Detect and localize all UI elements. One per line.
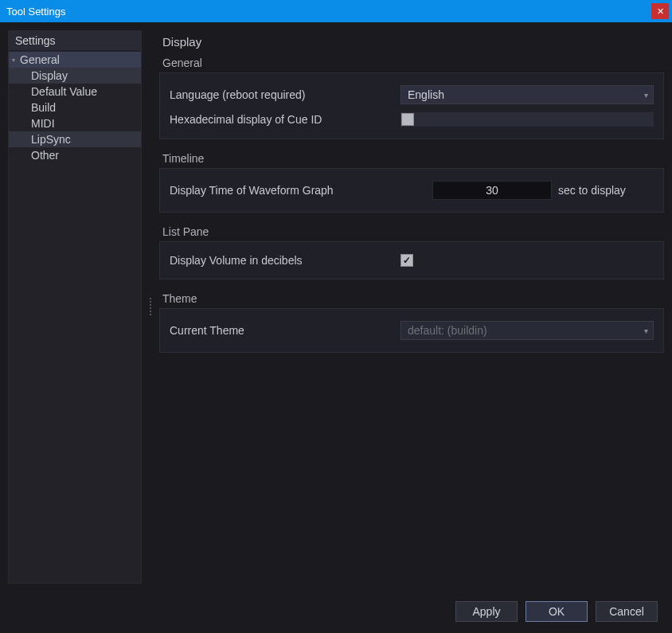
sidebar-header: Settings xyxy=(9,31,141,50)
hex-cue-id-checkbox[interactable] xyxy=(401,113,414,126)
display-time-label: Display Time of Waveform Graph xyxy=(170,184,432,197)
group-timeline: Display Time of Waveform Graph sec to di… xyxy=(159,168,664,213)
cancel-button[interactable]: Cancel xyxy=(596,601,658,622)
tree-item-display[interactable]: Display xyxy=(9,68,141,84)
language-select[interactable]: English xyxy=(400,85,654,104)
footer: Apply OK Cancel xyxy=(0,592,672,633)
volume-decibels-label: Display Volume in decibels xyxy=(170,254,400,267)
language-select-value: English xyxy=(408,88,444,101)
tree-item-label: Other xyxy=(31,149,59,162)
group-header-timeline: Timeline xyxy=(159,150,664,168)
apply-button[interactable]: Apply xyxy=(455,601,518,622)
ok-button[interactable]: OK xyxy=(525,601,588,622)
group-listpane: Display Volume in decibels xyxy=(159,241,664,279)
splitter-grip-icon xyxy=(150,298,151,317)
tree-item-label: General xyxy=(20,53,60,66)
tree-item-midi[interactable]: MIDI xyxy=(9,115,141,131)
row-current-theme: Current Theme default: (buildin) xyxy=(170,317,654,344)
tree-item-build[interactable]: Build xyxy=(9,100,141,115)
language-label: Language (reboot required) xyxy=(170,88,400,101)
sidebar: Settings General Display Default Value B… xyxy=(8,30,142,584)
tree-item-lipsync[interactable]: LipSync xyxy=(9,131,141,147)
group-theme: Current Theme default: (buildin) xyxy=(159,308,664,353)
current-theme-value: default: (buildin) xyxy=(408,324,487,337)
group-general: Language (reboot required) English Hexad… xyxy=(159,72,664,139)
hex-cue-id-label: Hexadecimal display of Cue ID xyxy=(170,113,400,126)
tree-item-label: Display xyxy=(31,69,68,82)
tree-item-other[interactable]: Other xyxy=(9,147,141,163)
tree-item-general[interactable]: General xyxy=(9,52,141,68)
tree-item-label: MIDI xyxy=(31,117,55,130)
main-area: Settings General Display Default Value B… xyxy=(0,22,672,592)
group-header-listpane: List Pane xyxy=(159,224,664,241)
splitter[interactable] xyxy=(148,30,153,584)
group-header-theme: Theme xyxy=(159,291,664,308)
row-display-time: Display Time of Waveform Graph sec to di… xyxy=(170,177,654,204)
display-time-suffix: sec to display xyxy=(558,184,626,197)
row-volume-decibels: Display Volume in decibels xyxy=(170,250,654,271)
display-time-input[interactable] xyxy=(432,181,552,200)
current-theme-label: Current Theme xyxy=(170,324,400,337)
settings-tree: General Display Default Value Build MIDI… xyxy=(9,50,141,583)
titlebar: Tool Settings ✕ xyxy=(0,0,672,22)
tree-item-label: Build xyxy=(31,101,56,114)
row-language: Language (reboot required) English xyxy=(170,81,654,108)
content-panel: Display General Language (reboot require… xyxy=(159,30,664,584)
tree-item-label: LipSync xyxy=(31,133,71,146)
close-button[interactable]: ✕ xyxy=(651,3,669,19)
row-hex-cue-id: Hexadecimal display of Cue ID xyxy=(170,108,654,131)
window-title: Tool Settings xyxy=(6,6,65,18)
panel-title: Display xyxy=(159,30,664,55)
hex-checkbox-container xyxy=(400,112,654,127)
current-theme-select[interactable]: default: (buildin) xyxy=(400,321,654,340)
tree-item-default-value[interactable]: Default Value xyxy=(9,84,141,100)
tree-item-label: Default Value xyxy=(31,85,97,98)
group-header-general: General xyxy=(159,55,664,72)
close-icon: ✕ xyxy=(657,6,664,17)
volume-decibels-checkbox[interactable] xyxy=(400,254,413,267)
